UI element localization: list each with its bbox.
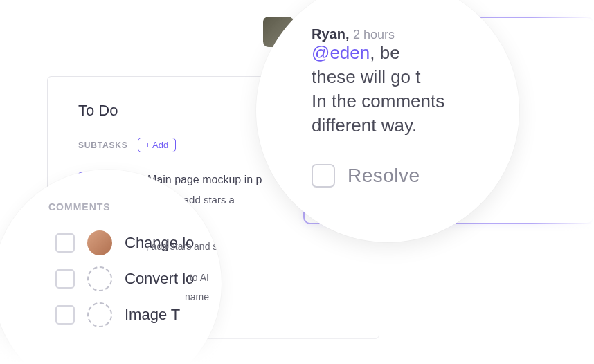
- comment-author: Ryan,: [312, 26, 349, 42]
- comment-line: different way.: [312, 113, 505, 138]
- comment-line: these will go t: [312, 65, 505, 89]
- checkbox-icon[interactable]: [312, 164, 335, 188]
- checkbox-icon[interactable]: [55, 233, 75, 253]
- avatar-placeholder-icon[interactable]: [87, 266, 112, 291]
- subtasks-label: SUBTASKS: [78, 140, 128, 150]
- partial-text: to AI: [190, 272, 209, 283]
- mention[interactable]: @eden: [312, 42, 370, 63]
- avatar: [87, 230, 112, 255]
- comment-body-large: @eden, be these will go t In the comment…: [312, 41, 505, 138]
- partial-text: , add stars and stri: [146, 241, 222, 252]
- comment-meta-large: Ryan, 2 hours: [312, 26, 505, 42]
- avatar-placeholder-icon[interactable]: [87, 302, 112, 327]
- comment-time: 2 hours: [353, 28, 395, 42]
- add-subtask-button[interactable]: + Add: [138, 138, 177, 152]
- resolve-label: Resolve: [348, 165, 420, 187]
- checkbox-icon[interactable]: [55, 305, 75, 325]
- comment-text: Image T: [125, 306, 180, 324]
- resolve-action[interactable]: Resolve: [312, 164, 505, 188]
- comments-header: COMMENTS: [48, 201, 208, 212]
- comment-text: Convert lo: [125, 270, 194, 288]
- partial-text: name: [185, 291, 209, 302]
- partial-text: , be: [370, 42, 399, 63]
- checkbox-icon[interactable]: [55, 269, 75, 289]
- comment-line: In the comments: [312, 89, 505, 113]
